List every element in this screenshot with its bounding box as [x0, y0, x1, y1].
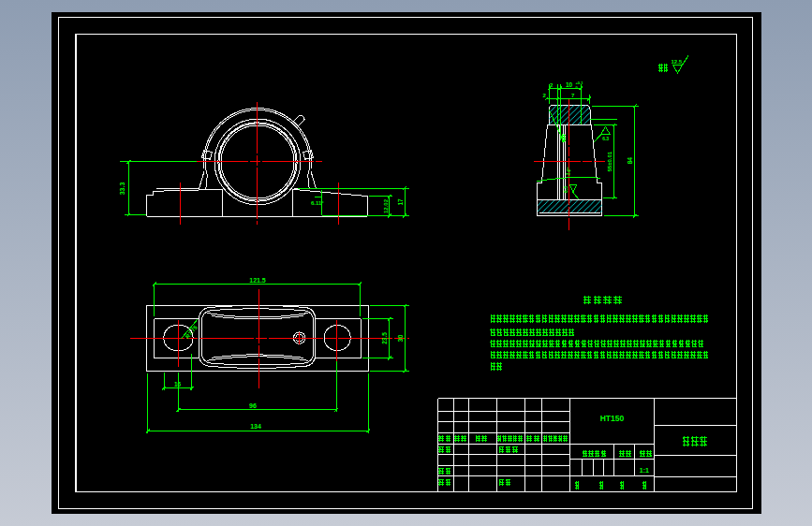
svg-text:55±0.01: 55±0.01 [607, 151, 613, 171]
svg-text:33.3: 33.3 [119, 183, 125, 196]
svg-text:12.5: 12.5 [672, 59, 683, 65]
svg-text:HT150: HT150 [600, 414, 625, 423]
svg-text:134: 134 [250, 423, 261, 430]
svg-text:23.5: 23.5 [381, 332, 388, 344]
svg-text:6.11°: 6.11° [311, 200, 324, 206]
svg-text:6.3: 6.3 [563, 186, 568, 193]
svg-text:6.3: 6.3 [602, 136, 609, 141]
svg-text:84: 84 [627, 157, 633, 165]
svg-text:12.02: 12.02 [383, 198, 389, 213]
svg-text:16: 16 [174, 381, 182, 387]
svg-text:10: 10 [566, 81, 573, 88]
svg-text:30: 30 [397, 335, 404, 343]
svg-text:1:1: 1:1 [640, 467, 649, 474]
svg-text:17: 17 [397, 198, 404, 206]
svg-text:121.5: 121.5 [249, 277, 266, 284]
svg-text:96: 96 [249, 402, 257, 409]
